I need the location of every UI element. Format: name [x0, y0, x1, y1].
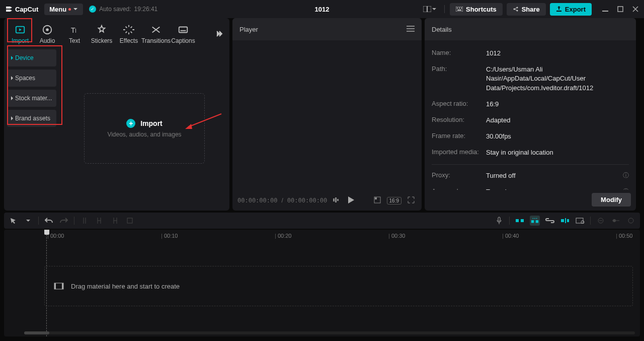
tab-import[interactable]: Import	[7, 22, 33, 46]
fullscreen-icon[interactable]	[406, 195, 417, 206]
share-icon	[513, 6, 519, 12]
svg-point-36	[534, 218, 535, 219]
sidebar-item-label: Stock mater...	[15, 95, 52, 102]
timeline-scrollbar[interactable]	[24, 331, 635, 334]
ruler-tick: 00:30	[388, 233, 405, 239]
stickers-icon	[96, 24, 107, 35]
snap-tool[interactable]	[515, 216, 525, 226]
plus-icon: +	[126, 119, 135, 128]
tab-stickers[interactable]: Stickers	[89, 22, 115, 46]
magnet-tool[interactable]	[530, 216, 540, 226]
player-menu-icon[interactable]	[407, 26, 415, 33]
layout-icon[interactable]	[420, 4, 439, 14]
close-button[interactable]	[632, 6, 639, 13]
zoom-fit[interactable]	[626, 216, 636, 226]
tab-stickers-label: Stickers	[91, 37, 113, 44]
svg-rect-49	[54, 283, 56, 289]
tab-text[interactable]: TI Text	[61, 22, 88, 46]
project-title: 1012	[315, 6, 330, 13]
zoom-out[interactable]	[596, 216, 606, 226]
timeline-ruler[interactable]: 00:00 00:10 00:20 00:30 00:40 00:50	[4, 230, 640, 241]
scrollbar-thumb[interactable]	[24, 331, 49, 334]
tab-import-label: Import	[12, 37, 29, 44]
export-button[interactable]: Export	[550, 3, 592, 16]
tab-transitions-label: Transitions	[141, 37, 171, 44]
svg-point-37	[536, 218, 537, 219]
minimize-button[interactable]	[602, 6, 609, 13]
svg-rect-6	[457, 10, 461, 11]
timeline-dropzone[interactable]: Drag material here and start to create	[44, 266, 633, 306]
svg-rect-10	[602, 11, 608, 12]
align-tool[interactable]	[560, 216, 570, 226]
dropzone-title: Import	[140, 119, 163, 127]
sidebar-item-device[interactable]: Device	[7, 49, 56, 66]
split-tool[interactable]	[79, 216, 90, 226]
link-tool[interactable]	[545, 216, 555, 226]
frame-icon[interactable]	[372, 195, 383, 206]
capcut-logo-icon	[5, 5, 13, 13]
time-current: 00:00:00:00	[237, 197, 277, 204]
details-title: Details	[432, 26, 452, 33]
sidebar-item-stock[interactable]: Stock mater...	[7, 90, 56, 107]
modify-button[interactable]: Modify	[592, 193, 631, 207]
ruler-tick: 00:20	[275, 233, 291, 239]
svg-rect-50	[62, 283, 63, 289]
import-sidebar: Device Spaces Stock mater... Brand asset…	[4, 46, 59, 211]
preview-tool[interactable]	[575, 216, 585, 226]
crop-tool[interactable]	[125, 216, 135, 226]
svg-rect-21	[407, 26, 415, 27]
svg-rect-40	[567, 219, 569, 222]
export-label: Export	[565, 6, 586, 13]
double-chevron-right-icon	[215, 30, 223, 38]
svg-rect-5	[461, 8, 462, 9]
chevron-down-icon	[73, 7, 78, 12]
import-icon	[15, 24, 26, 35]
mic-icon[interactable]	[494, 216, 504, 226]
play-button[interactable]	[346, 195, 356, 206]
player-panel: Player 00:00:00:00 / 00:00:00:00 16:9	[232, 18, 422, 211]
zoom-slider[interactable]	[611, 216, 621, 226]
svg-point-35	[533, 218, 534, 219]
chevron-right-icon	[11, 56, 13, 60]
shortcuts-button[interactable]: Shortcuts	[450, 3, 503, 16]
autosave-time: 19:26:41	[134, 6, 158, 13]
sidebar-item-spaces[interactable]: Spaces	[7, 70, 56, 87]
menu-button[interactable]: Menu	[44, 4, 83, 15]
detail-layers: Arrange layersTurned onⓘ	[432, 184, 629, 190]
svg-rect-30	[498, 217, 500, 221]
export-icon	[556, 6, 562, 12]
playhead[interactable]	[46, 230, 47, 336]
tab-captions[interactable]: Captions	[170, 22, 196, 46]
help-icon[interactable]: ⓘ	[623, 171, 629, 180]
trim-right-tool[interactable]	[110, 216, 120, 226]
svg-rect-26	[337, 199, 339, 201]
app-name: CapCut	[15, 6, 38, 13]
trim-left-tool[interactable]	[95, 216, 105, 226]
tab-effects[interactable]: Effects	[116, 22, 142, 46]
select-tool[interactable]	[8, 216, 18, 226]
volume-icon[interactable]	[331, 196, 342, 206]
playhead-knob-icon	[44, 230, 49, 235]
svg-rect-34	[536, 220, 538, 223]
tab-transitions[interactable]: Transitions	[143, 22, 169, 46]
sidebar-item-label: Device	[15, 54, 34, 61]
tabs-more-button[interactable]	[212, 27, 226, 42]
share-button[interactable]: Share	[507, 3, 546, 16]
audio-icon	[42, 24, 53, 35]
undo-button[interactable]	[44, 216, 54, 226]
share-label: Share	[522, 6, 540, 13]
maximize-button[interactable]	[617, 6, 624, 13]
tab-captions-label: Captions	[171, 37, 195, 44]
redo-button[interactable]	[59, 216, 69, 226]
svg-rect-24	[333, 198, 335, 201]
sidebar-item-label: Brand assets	[15, 115, 50, 122]
timeline: 00:00 00:10 00:20 00:30 00:40 00:50 Drag…	[4, 230, 640, 336]
sidebar-item-brand[interactable]: Brand assets	[7, 110, 56, 127]
svg-rect-3	[457, 8, 458, 9]
select-dropdown[interactable]	[23, 216, 33, 226]
autosave-indicator: ✓ Auto saved: 19:26:41	[89, 6, 157, 13]
tab-audio[interactable]: Audio	[34, 22, 60, 46]
import-dropzone[interactable]: + Import Videos, audios, and images	[84, 93, 205, 164]
svg-rect-1	[427, 6, 428, 12]
ratio-badge[interactable]: 16:9	[387, 197, 401, 204]
